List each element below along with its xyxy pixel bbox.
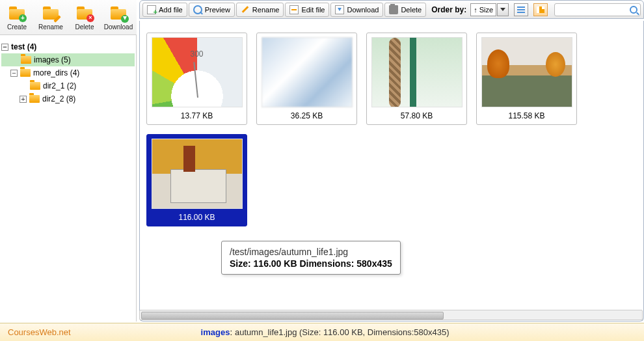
page-edit-icon xyxy=(289,5,299,14)
rename-file-label: Rename xyxy=(252,6,280,14)
search-input[interactable] xyxy=(554,3,641,16)
tree-label: dir2_2 (8) xyxy=(42,94,75,103)
order-by-value: ↑ Size xyxy=(474,6,493,14)
folder-pencil-icon xyxy=(41,4,60,22)
folder-x-icon: × xyxy=(75,4,94,22)
folder-download-icon xyxy=(109,4,128,22)
tree-node-images[interactable]: images (5) xyxy=(1,53,135,66)
tooltip-details: Size: 116.00 KB Dimensions: 580x435 xyxy=(230,258,392,269)
collapse-icon[interactable]: − xyxy=(10,70,18,77)
delete-file-button[interactable]: Delete xyxy=(384,3,426,17)
thumbnail-image xyxy=(152,139,243,209)
thumbnail-size: 36.25 KB xyxy=(291,111,323,120)
trash-icon xyxy=(389,5,398,14)
thumbnail-size: 13.77 KB xyxy=(181,111,213,120)
tree-label: test (4) xyxy=(11,42,36,51)
folder-icon xyxy=(30,82,40,90)
status-file-info: autumn_life1.jpg (Size: 116.00 KB, Dimen… xyxy=(235,327,449,337)
thumbnail-item-selected[interactable]: 116.00 KB xyxy=(146,134,247,226)
tree-label: dir2_1 (2) xyxy=(43,81,76,90)
status-bar: CoursesWeb.net images : autumn_life1.jpg… xyxy=(0,323,644,341)
tree-node-dir2-2[interactable]: + dir2_2 (8) xyxy=(1,92,135,105)
action-bar: Add file Preview Rename Edit file Downlo… xyxy=(139,0,644,19)
order-by-label: Order by: xyxy=(431,5,466,14)
rename-file-button[interactable]: Rename xyxy=(236,3,284,17)
main-toolbar: + Create Rename × Delete Download xyxy=(0,0,137,35)
create-button[interactable]: + Create xyxy=(0,0,34,34)
thumbnail-size: 115.58 KB xyxy=(508,111,544,120)
file-tooltip: /test/images/autumn_life1.jpg Size: 116.… xyxy=(221,241,401,275)
folder-icon xyxy=(21,56,31,64)
pencil-icon xyxy=(241,5,250,14)
tree-node-root[interactable]: − test (4) xyxy=(1,40,135,53)
create-label: Create xyxy=(7,23,27,31)
collapse-icon[interactable]: − xyxy=(1,44,8,51)
edit-file-label: Edit file xyxy=(301,6,325,14)
thumbnail-item[interactable]: 36.25 KB xyxy=(256,33,357,125)
rename-label: Rename xyxy=(38,23,63,31)
thumbnail-size: 116.00 KB xyxy=(178,213,215,222)
thumbnail-image xyxy=(152,37,243,107)
preview-button[interactable]: Preview xyxy=(189,3,235,17)
preview-label: Preview xyxy=(205,6,230,14)
download-file-label: Download xyxy=(347,6,379,14)
tree-label: more_dirs (4) xyxy=(33,68,79,77)
thumbnail-image xyxy=(371,37,463,107)
tree-node-more-dirs[interactable]: − more_dirs (4) xyxy=(1,66,135,79)
view-grid-button[interactable] xyxy=(533,3,548,16)
status-sep: : xyxy=(230,327,232,337)
add-file-label: Add file xyxy=(159,6,183,14)
download-file-button[interactable]: Download xyxy=(330,3,383,17)
delete-file-label: Delete xyxy=(401,6,422,14)
tooltip-path: /test/images/autumn_life1.jpg xyxy=(230,247,392,257)
magnifier-icon xyxy=(193,5,202,14)
order-by-dropdown-icon[interactable] xyxy=(497,3,509,16)
thumbnail-grid: 13.77 KB 36.25 KB 57.80 KB 115.58 KB 116… xyxy=(139,21,644,321)
download-folder-button[interactable]: Download xyxy=(101,0,135,34)
thumbnail-image xyxy=(481,37,572,107)
folder-icon xyxy=(29,95,40,103)
brand-link[interactable]: CoursesWeb.net xyxy=(8,327,71,337)
order-by-select[interactable]: ↑ Size xyxy=(470,3,496,16)
page-download-icon xyxy=(335,5,344,14)
delete-label: Delete xyxy=(75,23,94,31)
thumbnail-item[interactable]: 115.58 KB xyxy=(476,33,577,125)
folder-icon xyxy=(20,69,31,77)
tree-node-dir2-1[interactable]: dir2_1 (2) xyxy=(1,79,135,92)
expand-icon[interactable]: + xyxy=(20,96,27,103)
download-label: Download xyxy=(104,23,133,31)
delete-folder-button[interactable]: × Delete xyxy=(68,0,101,34)
tree-label: images (5) xyxy=(34,55,71,64)
horizontal-scrollbar[interactable] xyxy=(139,310,643,320)
folder-tree: − test (4) images (5) − more_dirs (4) di… xyxy=(0,35,137,321)
search-icon[interactable] xyxy=(630,6,637,14)
thumbnail-size: 57.80 KB xyxy=(401,111,433,120)
thumbnail-item[interactable]: 13.77 KB xyxy=(146,33,247,125)
thumbnail-image xyxy=(262,37,353,107)
edit-file-button[interactable]: Edit file xyxy=(285,3,329,17)
page-plus-icon xyxy=(147,5,156,14)
thumbnail-item[interactable]: 57.80 KB xyxy=(366,33,467,125)
status-folder: images xyxy=(201,327,230,337)
rename-folder-button[interactable]: Rename xyxy=(34,0,68,34)
view-list-button[interactable] xyxy=(514,3,528,16)
folder-plus-icon: + xyxy=(7,4,27,22)
add-file-button[interactable]: Add file xyxy=(142,3,187,17)
